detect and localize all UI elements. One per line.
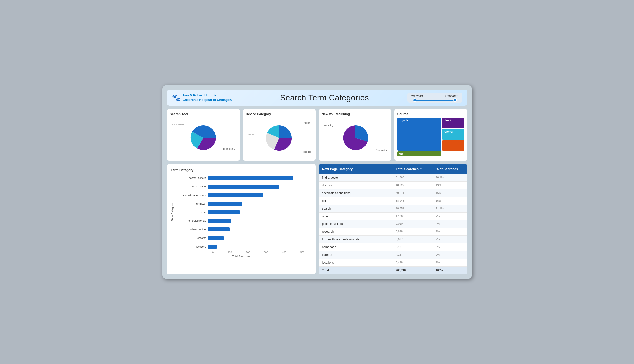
search-tool-title: Search Tool bbox=[170, 112, 237, 116]
bar-label-2: specialties-conditions bbox=[176, 194, 208, 196]
device-desktop-label: desktop bbox=[303, 151, 311, 153]
cell-category-0: find-a-doctor bbox=[319, 174, 392, 182]
new-visitor-label: New Visitor bbox=[376, 149, 387, 152]
cell-category-4: search bbox=[319, 205, 392, 212]
x-tick-4: 400 bbox=[282, 251, 286, 254]
logo-area: 🐾 Ann & Robert H. Lurie Children's Hospi… bbox=[172, 93, 242, 102]
device-category-title: Device Category bbox=[246, 112, 313, 116]
slider-thumb-right[interactable] bbox=[453, 98, 457, 102]
date-labels: 2/1/2019 2/29/2020 bbox=[411, 95, 458, 98]
cell-pct-2: 16% bbox=[433, 189, 467, 197]
date-slider-track[interactable] bbox=[413, 100, 456, 101]
new-vs-returning-pie bbox=[340, 123, 370, 153]
col-header-category: Next Page Category bbox=[319, 164, 392, 174]
cell-total-1: 48,227 bbox=[392, 182, 433, 189]
cell-pct-5: 7% bbox=[433, 212, 467, 220]
cell-category-6: patients-visitors bbox=[319, 220, 392, 228]
cell-category-1: doctors bbox=[319, 182, 392, 189]
table-header-row: Next Page Category Total Searches ▼ % of… bbox=[319, 164, 467, 174]
bar-label-6: patients-visitors bbox=[176, 228, 208, 231]
table-row: homepage 5,487 2% bbox=[319, 244, 467, 251]
bar-chart-x-title: Total Searches bbox=[171, 255, 312, 258]
table-row-total: Total 268,710 100% bbox=[319, 266, 467, 274]
table-row: careers 4,257 2% bbox=[319, 251, 467, 259]
treemap-cpc: cpc bbox=[397, 152, 442, 156]
bar-fill-1 bbox=[208, 184, 279, 188]
bar-label-7: research bbox=[176, 237, 208, 240]
cell-category-10: careers bbox=[319, 251, 392, 258]
table-row: for-professionals bbox=[176, 218, 312, 224]
bar-label-8: locations bbox=[176, 246, 208, 248]
new-vs-returning-pie-area: Returning ... New Visitor bbox=[322, 118, 388, 158]
table-row: search 28,351 11.1% bbox=[319, 205, 467, 212]
slider-thumb-left[interactable] bbox=[413, 98, 416, 102]
table-row: find-a-doctor 51,568 20.1% bbox=[319, 174, 467, 182]
table-row: doctor - name bbox=[176, 184, 312, 190]
logo-line2: Children's Hospital of Chicago® bbox=[183, 98, 232, 102]
bar-label-4: other bbox=[176, 211, 208, 214]
col-header-pct: % of Searches bbox=[433, 164, 467, 174]
cell-pct-6: 4% bbox=[433, 220, 467, 228]
treemap-cpc-label: cpc bbox=[399, 152, 404, 156]
search-tool-label-global: global-sea... bbox=[222, 148, 235, 150]
bar-fill-6 bbox=[208, 228, 230, 232]
new-vs-returning-title: New vs. Returning bbox=[322, 112, 388, 116]
bar-fill-0 bbox=[208, 176, 293, 180]
page-title: Search Term Categories bbox=[242, 93, 407, 102]
table-body: find-a-doctor 51,568 20.1% doctors 48,22… bbox=[319, 174, 467, 274]
bar-fill-2 bbox=[208, 193, 264, 197]
cell-pct-8: 2% bbox=[433, 236, 467, 243]
cell-category-9: homepage bbox=[319, 244, 392, 251]
treemap-direct: direct bbox=[442, 118, 464, 128]
table-row: for-healthcare-professionals 5,677 2% bbox=[319, 236, 467, 244]
treemap-orange bbox=[442, 140, 464, 151]
cell-total-6: 9,010 bbox=[392, 220, 433, 228]
col-header-total[interactable]: Total Searches ▼ bbox=[392, 164, 433, 174]
cell-category-2: specialties-conditions bbox=[319, 189, 392, 197]
returning-label: Returning ... bbox=[324, 124, 336, 126]
bar-label-1: doctor - name bbox=[176, 185, 208, 188]
bar-label-3: unknown bbox=[176, 202, 208, 205]
header: 🐾 Ann & Robert H. Lurie Children's Hospi… bbox=[167, 90, 467, 106]
bar-label-0: doctor - generic bbox=[176, 177, 208, 180]
source-treemap: organic direct referral cpc bbox=[397, 118, 464, 156]
cell-total-total: 268,710 bbox=[392, 266, 433, 274]
search-tool-card: Search Tool find-a-doctor global-sea... bbox=[167, 109, 240, 161]
cell-pct-1: 19% bbox=[433, 182, 467, 189]
table-row: patients-visitors bbox=[176, 226, 312, 232]
hospital-logo-icon: 🐾 bbox=[172, 94, 181, 102]
treemap-organic: organic bbox=[397, 118, 442, 151]
table-row: doctors 48,227 19% bbox=[319, 182, 467, 189]
source-title: Source bbox=[397, 112, 464, 116]
cell-category-3: exit bbox=[319, 197, 392, 204]
cell-total-2: 40,271 bbox=[392, 189, 433, 197]
cell-total-7: 6,898 bbox=[392, 228, 433, 236]
bar-fill-5 bbox=[208, 219, 231, 223]
cell-category-7: research bbox=[319, 228, 392, 236]
treemap-organic-label: organic bbox=[399, 119, 409, 122]
cell-category-total: Total bbox=[319, 266, 392, 274]
table-row: research bbox=[176, 235, 312, 241]
device-category-pie-area: tablet mobile desktop bbox=[246, 118, 313, 158]
x-tick-0: 0 bbox=[212, 251, 214, 254]
table-row: patients-visitors 9,010 4% bbox=[319, 220, 467, 228]
source-card: Source organic direct referral cpc bbox=[394, 109, 467, 161]
col-header-category-label: Next Page Category bbox=[322, 167, 353, 171]
x-tick-2: 200 bbox=[246, 251, 250, 254]
treemap-direct-label: direct bbox=[444, 119, 451, 122]
treemap-referral-label: referral bbox=[444, 130, 453, 133]
sort-arrow-icon: ▼ bbox=[420, 168, 422, 170]
date-range-control: 2/1/2019 2/29/2020 bbox=[407, 93, 462, 103]
bar-fill-8 bbox=[208, 245, 217, 249]
device-category-pie bbox=[264, 123, 294, 153]
bar-chart-container: Term Category doctor - generic doctor - … bbox=[171, 175, 312, 250]
bar-label-5: for-professionals bbox=[176, 220, 208, 222]
table-row: other bbox=[176, 209, 312, 215]
device-mobile-label: mobile bbox=[248, 133, 255, 135]
bottom-row: Term Category Term Category doctor - gen… bbox=[167, 164, 467, 274]
x-tick-5: 500 bbox=[300, 251, 305, 254]
cell-pct-total: 100% bbox=[433, 266, 467, 274]
new-vs-returning-card: New vs. Returning Returning ... New Visi… bbox=[319, 109, 391, 161]
cell-category-5: other bbox=[319, 212, 392, 220]
cell-pct-3: 15% bbox=[433, 197, 467, 204]
